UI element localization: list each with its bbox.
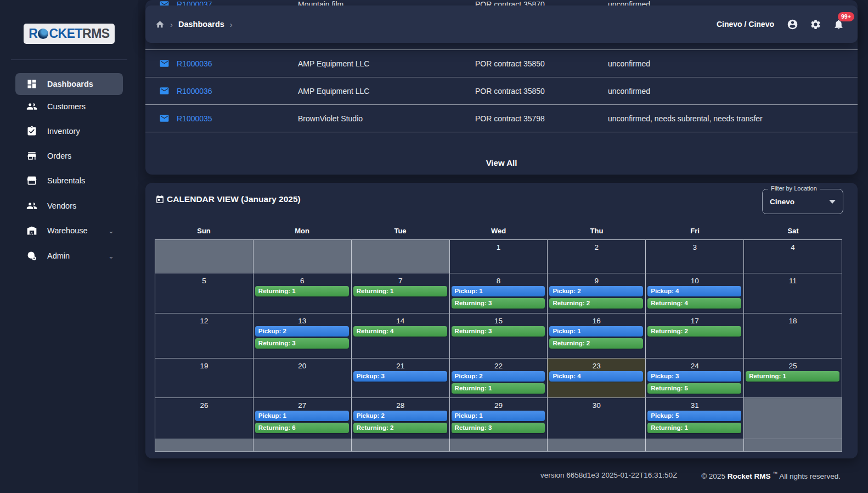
pickup-badge[interactable]: Pickup: 1	[255, 411, 349, 421]
sidebar-divider	[11, 59, 127, 60]
returning-badge[interactable]: Returning: 4	[647, 298, 741, 309]
pickup-badge[interactable]: Pickup: 1	[452, 286, 545, 296]
calendar-day-cell: 19	[155, 358, 253, 397]
calendar-panel: CALENDAR VIEW (January 2025) Filter by L…	[145, 183, 858, 458]
page-footer: version 6658d1e3 2025-01-22T16:31:50Z © …	[540, 471, 841, 480]
returning-badge[interactable]: Returning: 1	[353, 286, 447, 296]
people-icon	[26, 200, 37, 211]
returning-badge[interactable]: Returning: 3	[452, 298, 545, 309]
dashboard-icon	[26, 79, 37, 89]
location-filter-select[interactable]: Filter by Location Cinevo	[762, 189, 843, 214]
sidebar-item-label: Warehouse	[47, 226, 88, 235]
returning-badge[interactable]: Returning: 3	[452, 423, 545, 433]
calendar-day-number: 8	[450, 277, 548, 285]
calendar-day-number: 6	[253, 277, 351, 285]
calendar-day-cell: 27Pickup: 1Returning: 6	[253, 398, 351, 439]
returning-badge[interactable]: Returning: 1	[647, 423, 741, 433]
sidebar-item-label: Dashboards	[47, 80, 93, 88]
sidebar-item-dashboards[interactable]: Dashboards	[15, 73, 123, 95]
gear-icon[interactable]	[810, 19, 821, 30]
calendar-title-text: CALENDAR VIEW (January 2025)	[167, 194, 301, 204]
pickup-badge[interactable]: Pickup: 4	[647, 286, 741, 296]
returning-badge[interactable]: Returning: 5	[647, 383, 741, 394]
orders-rows: R1000036AMP Equipment LLCPOR contract 35…	[145, 49, 858, 132]
logo-text-rocket: RCKET	[29, 26, 82, 41]
order-row[interactable]: R1000035BrownViolet StudioPOR contract 3…	[145, 104, 858, 132]
calendar-day-number: 15	[450, 317, 548, 325]
calendar-week-row: 1213Pickup: 2Returning: 314Returning: 41…	[155, 313, 842, 358]
returning-badge[interactable]: Returning: 1	[452, 383, 545, 394]
calendar-day-cell: 1	[449, 240, 548, 273]
order-id-link[interactable]: R1000036	[177, 59, 298, 68]
calendar-day-number: 24	[646, 362, 743, 370]
calendar-day-cell	[155, 439, 253, 451]
sidebar-item-subrentals[interactable]: Subrentals	[15, 170, 123, 192]
home-icon[interactable]	[155, 20, 165, 29]
warehouse-icon	[26, 225, 37, 236]
app-logo: RCKETRMS	[24, 24, 115, 44]
calendar-day-header: Sat	[744, 227, 842, 235]
sidebar-item-warehouse[interactable]: Warehouse⌄	[15, 220, 123, 242]
returning-badge[interactable]: Returning: 4	[353, 326, 447, 337]
order-customer: AMP Equipment LLC	[298, 87, 475, 96]
view-all-link[interactable]: View All	[145, 158, 858, 167]
pickup-badge[interactable]: Pickup: 2	[549, 286, 643, 296]
calendar-day-number: 13	[253, 317, 351, 325]
sidebar-item-label: Inventory	[47, 127, 80, 136]
order-id-link[interactable]: R1000036	[177, 87, 298, 96]
calendar-icon	[155, 195, 165, 204]
returning-badge[interactable]: Returning: 2	[353, 423, 447, 433]
calendar-day-cell	[351, 439, 449, 451]
calendar-day-cell: 25Returning: 1	[743, 358, 842, 397]
sidebar-item-admin[interactable]: Admin⌄	[15, 245, 123, 267]
returning-badge[interactable]: Returning: 3	[452, 326, 545, 337]
version-text: version 6658d1e3 2025-01-22T16:31:50Z	[540, 471, 677, 480]
calendar-day-cell: 13Pickup: 2Returning: 3	[253, 313, 351, 358]
returning-badge[interactable]: Returning: 1	[746, 371, 839, 382]
pickup-badge[interactable]: Pickup: 1	[549, 326, 643, 337]
order-id-link[interactable]: R1000035	[177, 114, 298, 123]
location-filter-label: Filter by Location	[768, 185, 820, 192]
returning-badge[interactable]: Returning: 2	[549, 338, 643, 349]
sidebar-item-inventory[interactable]: Inventory	[15, 120, 123, 142]
calendar-day-cell	[155, 240, 253, 273]
calendar-day-number: 26	[155, 401, 253, 410]
returning-badge[interactable]: Returning: 3	[255, 338, 349, 349]
calendar-day-number: 25	[744, 362, 842, 370]
order-status: unconfirmed	[608, 87, 858, 96]
calendar-day-number: 20	[253, 362, 351, 370]
rocket-icon	[38, 29, 48, 39]
returning-badge[interactable]: Returning: 2	[647, 326, 741, 337]
order-row[interactable]: R1000036AMP Equipment LLCPOR contract 35…	[145, 49, 858, 77]
calendar-day-cell	[449, 439, 548, 451]
sidebar-item-vendors[interactable]: Vendors	[15, 195, 123, 217]
calendar-week-row	[155, 439, 842, 452]
pickup-badge[interactable]: Pickup: 3	[353, 371, 447, 382]
order-row[interactable]: R1000036AMP Equipment LLCPOR contract 35…	[145, 77, 858, 104]
account-icon[interactable]	[787, 19, 798, 30]
pickup-badge[interactable]: Pickup: 2	[452, 371, 545, 382]
calendar-day-cell: 5	[155, 273, 253, 313]
calendar-day-number: 4	[744, 243, 842, 251]
calendar-day-cell	[253, 240, 351, 273]
returning-badge[interactable]: Returning: 6	[255, 423, 349, 433]
returning-badge[interactable]: Returning: 2	[549, 298, 643, 309]
pickup-badge[interactable]: Pickup: 2	[353, 411, 447, 421]
pickup-badge[interactable]: Pickup: 5	[647, 411, 741, 421]
calendar-day-cell: 14Returning: 4	[351, 313, 449, 358]
pickup-badge[interactable]: Pickup: 3	[647, 371, 741, 382]
calendar-day-header: Wed	[449, 227, 548, 235]
pickup-badge[interactable]: Pickup: 1	[452, 411, 545, 421]
pickup-badge[interactable]: Pickup: 4	[549, 371, 643, 382]
calendar-day-cell	[547, 439, 645, 451]
notifications-button[interactable]: 99+	[833, 19, 844, 30]
calendar-day-cell: 24Pickup: 3Returning: 5	[645, 358, 743, 397]
sidebar-item-customers[interactable]: Customers	[15, 96, 123, 117]
breadcrumb-current[interactable]: Dashboards	[178, 20, 224, 29]
calendar-day-cell	[743, 398, 842, 439]
calendar-day-header: Sun	[155, 227, 253, 235]
pickup-badge[interactable]: Pickup: 2	[255, 326, 349, 337]
returning-badge[interactable]: Returning: 1	[255, 286, 349, 296]
calendar-day-number: 5	[155, 277, 253, 285]
sidebar-item-orders[interactable]: Orders	[15, 145, 123, 167]
